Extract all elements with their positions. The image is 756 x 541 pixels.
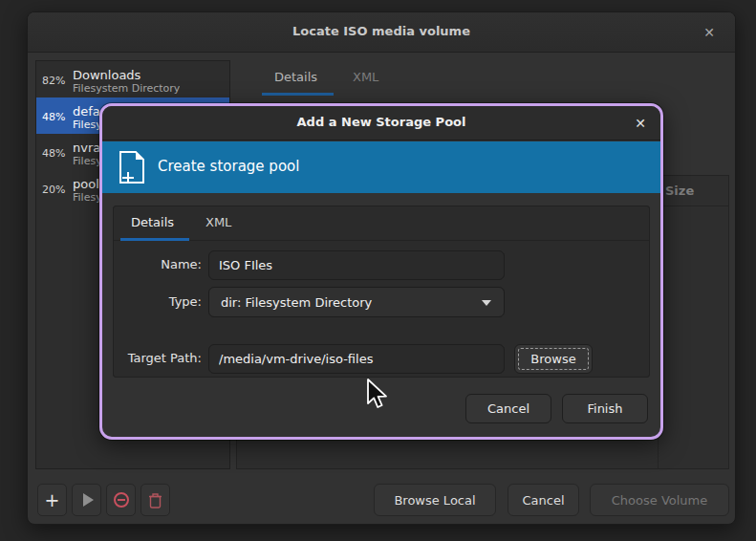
cancel-button[interactable]: Cancel <box>508 484 579 516</box>
target-path-label: Target Path: <box>102 351 202 365</box>
desktop-background: Locate ISO media volume ✕ 82% Downloads … <box>0 0 756 541</box>
target-path-input[interactable] <box>208 344 505 374</box>
pool-usage-percent: 20% <box>42 184 73 196</box>
pool-usage-percent: 48% <box>42 147 73 160</box>
type-dropdown[interactable]: dir: Filesystem Directory <box>208 287 505 317</box>
choose-volume-button: Choose Volume <box>590 484 729 516</box>
active-tab-underline <box>262 93 334 96</box>
play-icon <box>83 493 94 507</box>
pool-detail-tabs: Details XML <box>236 60 727 97</box>
pool-type: Filesystem Directory <box>73 82 180 95</box>
type-dropdown-value: dir: Filesystem Directory <box>221 295 372 310</box>
pool-usage-percent: 82% <box>42 75 73 87</box>
pool-usage-percent: 48% <box>42 111 73 123</box>
plus-icon: + <box>45 491 60 509</box>
tab-details[interactable]: Details <box>274 70 317 84</box>
pool-type: Filesy <box>73 191 102 204</box>
dialog-title: Add a New Storage Pool <box>102 115 660 129</box>
window-title: Locate ISO media volume <box>28 24 735 38</box>
add-storage-pool-dialog: Add a New Storage Pool ✕ Create storage … <box>99 103 663 440</box>
dialog-tab-xml[interactable]: XML <box>205 215 231 229</box>
chevron-down-icon <box>482 300 491 306</box>
dialog-active-tab-underline <box>120 238 189 241</box>
name-input[interactable] <box>208 250 505 280</box>
pool-row-downloads[interactable]: 82% Downloads Filesystem Directory <box>36 61 229 97</box>
dialog-finish-button[interactable]: Finish <box>562 394 648 423</box>
dialog-tab-details[interactable]: Details <box>131 215 174 229</box>
name-label: Name: <box>102 257 202 271</box>
stop-icon <box>114 492 129 508</box>
dialog-cancel-button[interactable]: Cancel <box>465 394 551 423</box>
pool-name: defa <box>73 104 102 119</box>
close-icon[interactable]: ✕ <box>699 22 720 43</box>
new-volume-icon <box>116 149 150 187</box>
trash-icon <box>148 492 162 509</box>
add-pool-button[interactable]: + <box>37 484 67 516</box>
pool-type: Filesy <box>73 119 102 131</box>
pool-name: nvra <box>73 141 102 155</box>
banner-title: Create storage pool <box>158 158 299 175</box>
stop-pool-button[interactable] <box>106 484 136 516</box>
dialog-tabs: Details XML <box>114 206 649 241</box>
pool-name: pool <box>73 177 102 191</box>
pool-name: Downloads <box>73 68 180 82</box>
start-pool-button[interactable] <box>72 484 101 516</box>
delete-pool-button[interactable] <box>140 484 170 516</box>
pool-type: Filesy <box>73 155 102 167</box>
browse-local-button[interactable]: Browse Local <box>374 484 496 516</box>
tab-xml[interactable]: XML <box>353 70 378 84</box>
type-label: Type: <box>102 294 202 309</box>
dialog-close-icon[interactable]: ✕ <box>630 113 651 134</box>
size-column-header[interactable]: Size <box>665 184 694 198</box>
window-titlebar[interactable]: Locate ISO media volume ✕ <box>28 12 735 53</box>
dialog-titlebar[interactable]: Add a New Storage Pool ✕ <box>102 106 660 141</box>
create-pool-banner: Create storage pool <box>102 141 660 193</box>
browse-button[interactable]: Browse <box>514 344 593 374</box>
